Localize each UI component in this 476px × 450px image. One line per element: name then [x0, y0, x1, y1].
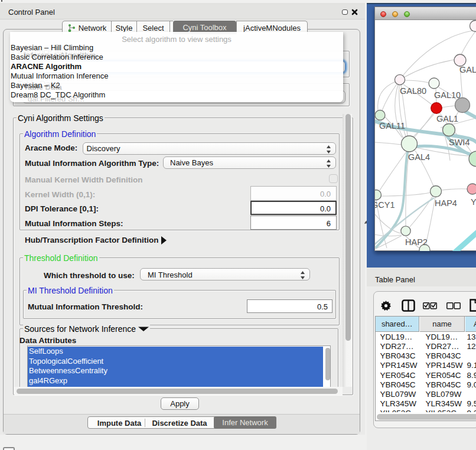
svg-text:Y: Y	[471, 197, 476, 207]
svg-text:GAL10: GAL10	[434, 90, 461, 100]
svg-text:GCY1: GCY1	[375, 200, 395, 210]
svg-text:GAL11: GAL11	[379, 121, 405, 131]
svg-text:GAL1: GAL1	[436, 114, 458, 123]
svg-text:GAL80: GAL80	[400, 86, 426, 96]
svg-text:GAL: GAL	[459, 65, 476, 74]
svg-text:HAP4: HAP4	[435, 198, 457, 208]
svg-text:SWI4: SWI4	[449, 138, 470, 147]
svg-text:HAP2: HAP2	[405, 237, 428, 247]
svg-text:GAL4: GAL4	[408, 152, 430, 162]
